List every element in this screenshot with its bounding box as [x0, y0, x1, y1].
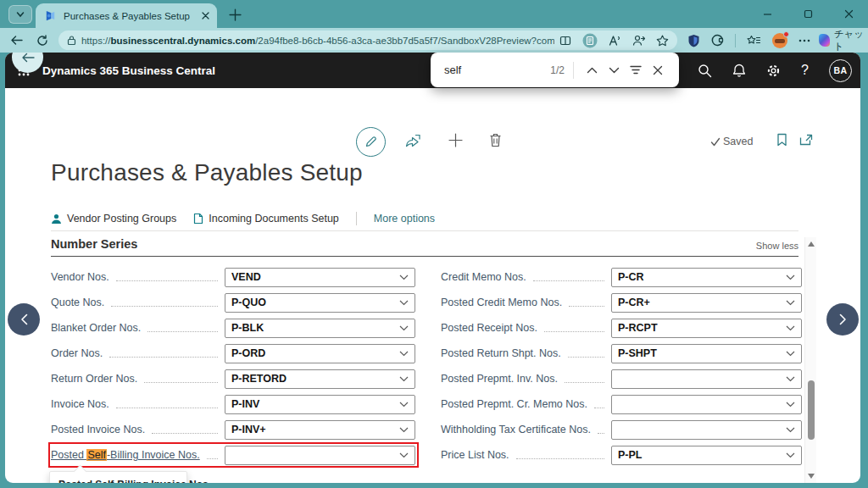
bookmark-button[interactable]: [776, 133, 787, 150]
new-tab-button[interactable]: [224, 3, 246, 25]
copilot-logo-icon: [819, 34, 830, 47]
next-record-button[interactable]: [826, 303, 859, 336]
more-menu-icon[interactable]: [798, 39, 810, 42]
chevron-right-icon: [839, 313, 847, 325]
tab-close-icon[interactable]: [201, 11, 210, 20]
profile-suggest-icon[interactable]: [632, 35, 645, 47]
field-row: Price List Nos.P-PL: [441, 442, 802, 468]
field-label: Posted Invoice Nos.: [51, 424, 145, 435]
show-less-toggle[interactable]: Show less: [756, 241, 798, 251]
field-label: Posted Credit Memo Nos.: [441, 297, 562, 308]
vendor-nos-field[interactable]: VEND: [225, 268, 415, 287]
more-options-action[interactable]: More options: [374, 213, 435, 225]
field-label: Blanket Order Nos.: [51, 322, 141, 334]
tab-actions-menu-button[interactable]: [8, 5, 32, 24]
address-bar[interactable]: https://businesscentral.dynamics.com/2a9…: [58, 30, 677, 50]
chevron-down-icon: [399, 325, 409, 331]
dotted-leader: [544, 331, 604, 332]
field-row: Credit Memo Nos.P-CR: [441, 264, 802, 290]
browser-profile-avatar[interactable]: [772, 33, 787, 48]
scroll-down-arrow[interactable]: [808, 474, 815, 479]
credit-memo-nos-field[interactable]: P-CR: [611, 268, 802, 287]
read-aloud-icon[interactable]: [609, 35, 621, 46]
favorites-bar-icon[interactable]: [747, 35, 761, 47]
find-options-button[interactable]: [625, 59, 647, 81]
quote-nos-field[interactable]: P-QUO: [225, 293, 415, 313]
back-arrow-icon: [21, 53, 35, 64]
previous-record-button[interactable]: [8, 303, 40, 336]
posted-receipt-nos-field[interactable]: P-RCPT: [611, 319, 802, 338]
actionbar-divider: [356, 212, 357, 225]
scroll-up-arrow[interactable]: [808, 241, 815, 247]
form-column-left: Vendor Nos.VEND Quote Nos.P-QUO Blanket …: [51, 264, 415, 468]
search-icon[interactable]: [698, 64, 712, 78]
withholding-tax-certificate-nos-field[interactable]: [611, 420, 802, 440]
save-status: Saved: [710, 136, 753, 147]
window-maximize-button[interactable]: [795, 3, 821, 24]
reader-mode-icon[interactable]: [582, 33, 598, 48]
scrollbar-thumb[interactable]: [808, 380, 815, 440]
posted-return-shpt-nos-field[interactable]: P-SHPT: [611, 344, 802, 363]
notifications-bell-icon[interactable]: [732, 64, 746, 78]
bookmark-icon: [776, 133, 787, 147]
copilot-chat-button[interactable]: チャット: [819, 28, 868, 53]
price-list-nos-field[interactable]: P-PL: [611, 446, 802, 465]
invoice-nos-field[interactable]: P-INV: [225, 395, 415, 414]
field-row: Posted Receipt Nos.P-RCPT: [441, 315, 802, 341]
chevron-down-icon: [399, 274, 409, 280]
field-row: Posted Credit Memo Nos.P-CR+: [441, 290, 802, 315]
edit-button[interactable]: [356, 127, 386, 157]
field-label: Order Nos.: [51, 347, 103, 359]
window-minimize-button[interactable]: [754, 3, 780, 24]
delete-button[interactable]: [489, 133, 502, 151]
chevron-down-icon: [786, 325, 795, 331]
posted-prepmt-cr-memo-nos-field[interactable]: [611, 395, 802, 414]
extensions-icon[interactable]: [711, 34, 724, 47]
chevron-down-icon: [399, 376, 409, 382]
find-next-button[interactable]: [603, 59, 625, 81]
posted-invoice-nos-field[interactable]: P-INV+: [225, 420, 415, 440]
browser-tab[interactable]: Purchases & Payables Setup: [36, 3, 217, 28]
number-series-section-header: Number Series Show less: [51, 237, 798, 257]
posted-self-billing-invoice-nos-field[interactable]: [225, 446, 415, 465]
field-label: Return Order Nos.: [51, 373, 137, 385]
label-text: -Billing Invoice Nos.: [107, 449, 200, 461]
field-row: Invoice Nos.P-INV: [51, 391, 415, 417]
help-icon[interactable]: ?: [801, 63, 809, 78]
share-button[interactable]: [405, 133, 421, 151]
field-value: P-RETORD: [231, 373, 287, 385]
url-text: https://businesscentral.dynamics.com/2a9…: [81, 36, 554, 46]
user-avatar[interactable]: BA: [829, 59, 852, 82]
field-label: Posted Return Shpt. Nos.: [441, 347, 561, 359]
tooltip-title: Posted Self-Billing Invoice Nos.: [50, 472, 186, 483]
chevron-down-icon: [786, 402, 795, 408]
find-previous-button[interactable]: [581, 59, 603, 81]
split-screen-icon[interactable]: [559, 35, 571, 47]
return-order-nos-field[interactable]: P-RETORD: [225, 369, 415, 389]
posted-credit-memo-nos-field[interactable]: P-CR+: [611, 293, 802, 313]
order-nos-field[interactable]: P-ORD: [225, 344, 415, 363]
field-value: P-CR+: [618, 297, 650, 308]
incoming-documents-setup-action[interactable]: Incoming Documents Setup: [193, 213, 339, 225]
vendor-posting-groups-action[interactable]: Vendor Posting Groups: [51, 213, 176, 225]
find-input[interactable]: self: [444, 64, 550, 76]
dotted-leader: [111, 306, 218, 307]
posted-self-billing-invoice-nos-label[interactable]: Posted Self-Billing Invoice Nos.: [51, 449, 200, 461]
header-actions: ? BA: [661, 53, 852, 88]
browser-back-button[interactable]: [7, 30, 25, 51]
dotted-leader: [152, 433, 218, 434]
new-record-button[interactable]: [448, 133, 463, 151]
favorites-star-icon[interactable]: [656, 35, 669, 47]
open-in-new-window-button[interactable]: [799, 134, 813, 149]
shield-extension-icon[interactable]: [687, 34, 700, 47]
settings-gear-icon[interactable]: [766, 64, 781, 78]
field-label: Credit Memo Nos.: [441, 271, 526, 283]
window-close-button[interactable]: [836, 3, 861, 24]
vertical-scrollbar[interactable]: [804, 237, 816, 483]
browser-refresh-button[interactable]: [32, 30, 51, 51]
posted-prepmt-inv-nos-field[interactable]: [611, 369, 802, 389]
blanket-order-nos-field[interactable]: P-BLK: [225, 319, 415, 338]
document-icon: [193, 213, 203, 225]
chevron-down-icon: [399, 452, 409, 458]
find-close-button[interactable]: [647, 59, 669, 81]
